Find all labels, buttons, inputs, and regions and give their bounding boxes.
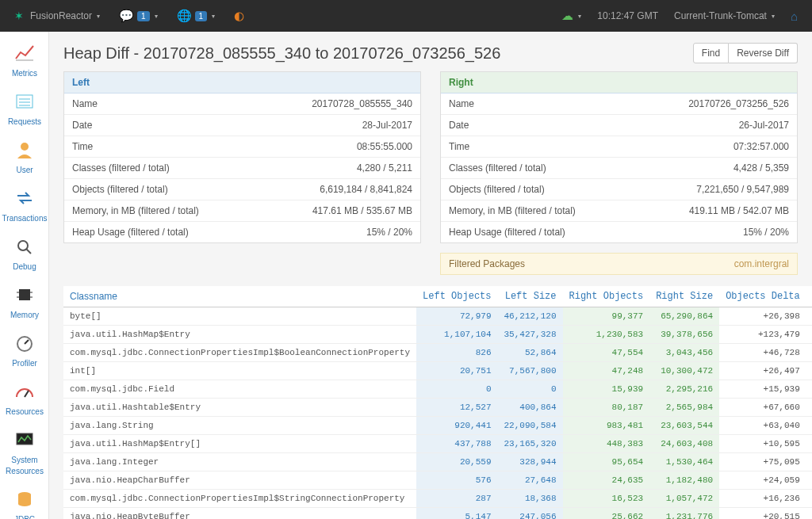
- notifications-badge: 1: [137, 11, 150, 21]
- cell-classname: com.mysql.jdbc.ConnectionPropertiesImpl$…: [63, 490, 416, 508]
- notifications-menu[interactable]: 💬 1 ▾: [111, 0, 166, 32]
- col-left-objects[interactable]: Left Objects: [416, 286, 497, 307]
- table-row[interactable]: com.mysql.jdbc.ConnectionPropertiesImpl$…: [63, 344, 812, 362]
- table-row[interactable]: java.nio.HeapByteBuffer5,147247,05625,66…: [63, 508, 812, 520]
- cell-left-objects: 437,788: [416, 435, 497, 453]
- sidebar-item-system-resources[interactable]: System Resources: [0, 425, 49, 484]
- sidebar-item-debug[interactable]: Debug: [0, 231, 49, 280]
- db-icon: [0, 490, 49, 510]
- cell-left-objects: 12,527: [416, 399, 497, 417]
- reverse-diff-button[interactable]: Reverse Diff: [729, 43, 798, 63]
- sidebar-item-label: Debug: [13, 262, 36, 271]
- cell-size-delta: +2,732,672: [806, 362, 812, 380]
- table-row[interactable]: java.util.HashMap$Entry1,107,10435,427,3…: [63, 326, 812, 344]
- dash-icon: [0, 383, 49, 403]
- heap-diff-table: Classname Left Objects Left Size Right O…: [63, 286, 812, 519]
- loading-indicator[interactable]: ◐: [226, 0, 252, 32]
- sidebar-item-label: Transactions: [2, 214, 48, 223]
- cell-left-objects: 576: [416, 471, 497, 490]
- sidebar-item-resources[interactable]: Resources: [0, 376, 49, 425]
- summary-key: Classes (filtered / total): [72, 162, 170, 174]
- cell-left-size: 27,648: [498, 471, 563, 490]
- cloud-menu[interactable]: ☁ ▾: [553, 0, 589, 32]
- cell-left-size: 400,864: [498, 399, 563, 417]
- summary-key: Classes (filtered / total): [449, 162, 546, 174]
- table-row[interactable]: java.util.HashMap$Entry[]437,78823,165,3…: [63, 435, 812, 453]
- chevron-down-icon: ▾: [212, 13, 215, 20]
- sidebar-item-jdbc[interactable]: JDBC: [0, 484, 49, 519]
- cell-size-delta: +3,951,328: [806, 326, 812, 344]
- chevron-down-icon: ▾: [155, 13, 158, 20]
- summary-value: 07:32:57.000: [733, 141, 789, 152]
- header-actions: Find Reverse Diff: [693, 43, 798, 63]
- sidebar-item-metrics[interactable]: Metrics: [0, 38, 49, 86]
- summary-row: Heap Usage (filtered / total)15% / 20%: [441, 221, 797, 242]
- cell-left-objects: 72,979: [416, 307, 497, 326]
- sidebar-item-label: Resources: [6, 407, 44, 416]
- instance-menu[interactable]: Current-Trunk-Tomcat ▾: [666, 0, 783, 32]
- cell-objects-delta: +24,059: [719, 471, 806, 490]
- sidebar-item-transactions[interactable]: Transactions: [0, 183, 49, 231]
- col-classname[interactable]: Classname: [63, 286, 416, 307]
- sidebar-item-user[interactable]: User: [0, 135, 49, 183]
- table-row[interactable]: com.mysql.jdbc.Field0015,9392,295,216+15…: [63, 380, 812, 399]
- summary-row: Classes (filtered / total)4,428 / 5,359: [441, 157, 797, 178]
- cell-right-objects: 95,654: [563, 453, 650, 471]
- sidebar-item-profiler[interactable]: Profiler: [0, 328, 49, 376]
- sidebar-item-requests[interactable]: Requests: [0, 86, 49, 135]
- table-row[interactable]: com.mysql.jdbc.ConnectionPropertiesImpl$…: [63, 490, 812, 508]
- cell-size-delta: +19,078,744: [806, 307, 812, 326]
- home-button[interactable]: ⌂: [783, 0, 806, 32]
- summary-key: Name: [449, 98, 474, 109]
- cell-classname: java.lang.String: [63, 417, 416, 435]
- col-objects-delta[interactable]: Objects Delta: [719, 286, 806, 307]
- cell-left-objects: 5,147: [416, 508, 497, 520]
- summary-key: Heap Usage (filtered / total): [72, 227, 189, 238]
- summary-row: Name20170728_085555_340: [64, 93, 420, 114]
- table-row[interactable]: int[]20,7517,567,80047,24810,300,472+26,…: [63, 362, 812, 380]
- col-right-size[interactable]: Right Size: [649, 286, 719, 307]
- sidebar: MetricsRequestsUserTransactionsDebugMemo…: [0, 32, 49, 519]
- table-row[interactable]: byte[]72,97946,212,12099,37765,290,864+2…: [63, 307, 812, 326]
- col-left-size[interactable]: Left Size: [498, 286, 563, 307]
- gauge-icon: [0, 334, 49, 354]
- network-menu[interactable]: 🌐 1 ▾: [169, 0, 224, 32]
- search-icon: [0, 238, 49, 258]
- col-right-objects[interactable]: Right Objects: [563, 286, 650, 307]
- table-row[interactable]: java.nio.HeapCharBuffer57627,64824,6351,…: [63, 471, 812, 490]
- cell-size-delta: +2,295,216: [806, 380, 812, 399]
- cell-size-delta: +1,154,832: [806, 471, 812, 490]
- summary-value: 15% / 20%: [743, 227, 789, 238]
- table-row[interactable]: java.lang.String920,44122,090,584983,481…: [63, 417, 812, 435]
- globe-icon: 🌐: [177, 9, 192, 23]
- cell-objects-delta: +10,595: [719, 435, 806, 453]
- sidebar-item-memory[interactable]: Memory: [0, 280, 49, 328]
- cell-right-objects: 1,230,583: [563, 326, 650, 344]
- filtered-label: Filtered Packages: [449, 258, 525, 269]
- cell-objects-delta: +67,660: [719, 399, 806, 417]
- instance-label: Current-Trunk-Tomcat: [674, 10, 767, 21]
- clock-text: 10:12:47 GMT: [597, 10, 658, 21]
- col-size-delta[interactable]: Size Delta: [806, 286, 812, 307]
- cell-left-objects: 287: [416, 490, 497, 508]
- cell-right-objects: 448,383: [563, 435, 650, 453]
- brand-menu[interactable]: ✶ FusionReactor ▾: [6, 0, 108, 32]
- cell-classname: int[]: [63, 362, 416, 380]
- cell-left-size: 7,567,800: [498, 362, 563, 380]
- summary-row: Time07:32:57.000: [441, 135, 797, 157]
- table-row[interactable]: java.lang.Integer20,559328,94495,6541,53…: [63, 453, 812, 471]
- cell-size-delta: +1,201,520: [806, 453, 812, 471]
- summary-value: 7,221,650 / 9,547,989: [696, 184, 789, 195]
- svg-line-6: [26, 249, 31, 254]
- cell-right-size: 24,603,408: [649, 435, 719, 453]
- cell-classname: java.util.HashMap$Entry: [63, 326, 416, 344]
- right-panel-title: Right: [441, 72, 797, 93]
- cell-left-size: 52,864: [498, 344, 563, 362]
- summary-row: Objects (filtered / total)6,619,184 / 8,…: [64, 178, 420, 200]
- cell-right-size: 1,530,464: [649, 453, 719, 471]
- table-row[interactable]: java.util.Hashtable$Entry12,527400,86480…: [63, 399, 812, 417]
- find-button[interactable]: Find: [693, 43, 729, 63]
- summary-row: Date28-Jul-2017: [64, 114, 420, 135]
- cell-right-size: 1,182,480: [649, 471, 719, 490]
- chevron-down-icon: ▾: [97, 13, 100, 20]
